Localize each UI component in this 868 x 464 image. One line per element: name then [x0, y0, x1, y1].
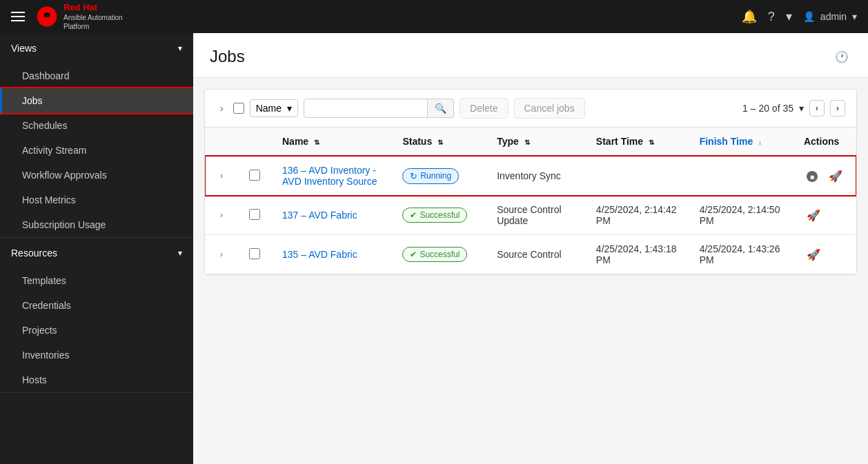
cancel-jobs-button[interactable]: Cancel jobs [514, 98, 585, 119]
help-chevron-icon[interactable]: ▾ [786, 9, 792, 24]
table-row: ›137 – AVD Fabric✔ SuccessfulSource Cont… [205, 196, 856, 235]
th-start-time[interactable]: Start Time ⇅ [585, 128, 689, 156]
success-check-icon: ✔ [410, 250, 417, 259]
row-actions: 🚀 [804, 245, 845, 264]
pagination-text: 1 – 20 of 35 [742, 103, 793, 114]
row-checkbox[interactable] [249, 209, 260, 220]
type-sort-icon: ⇅ [524, 139, 530, 146]
search-input[interactable] [304, 99, 428, 118]
search-group: 🔍 [304, 99, 454, 118]
hamburger-menu[interactable] [11, 12, 25, 21]
brand-logo-area: Red Hat Ansible AutomationPlatform [36, 2, 123, 32]
sidebar-resources-label: Resources [11, 248, 57, 259]
app-body: Views ▾ Dashboard Jobs Schedules Activit… [0, 33, 868, 464]
page-header: Jobs 🕐 [193, 33, 868, 78]
pagination-info: 1 – 20 of 35 ▾ ‹ › [742, 100, 845, 117]
sidebar-item-host-metrics[interactable]: Host Metrics [0, 188, 193, 212]
launch-job-button[interactable]: 🚀 [804, 206, 823, 225]
sidebar-item-workflow-approvals[interactable]: Workflow Approvals [0, 163, 193, 188]
search-button[interactable]: 🔍 [428, 99, 454, 118]
redhat-logo-icon [36, 6, 58, 28]
job-start-time [585, 156, 689, 196]
row-actions: ■🚀 [804, 167, 845, 185]
filter-chevron-icon: ▾ [287, 103, 292, 114]
brand-name: Red Hat [63, 2, 123, 14]
status-badge: ✔ Successful [402, 208, 467, 223]
sidebar-resources-header[interactable]: Resources ▾ [0, 238, 193, 268]
job-name-link[interactable]: 137 – AVD Fabric [282, 210, 357, 221]
sidebar-item-schedules[interactable]: Schedules [0, 113, 193, 138]
sidebar-item-hosts[interactable]: Hosts [0, 367, 193, 392]
job-type: Inventory Sync [486, 156, 585, 196]
finish-sort-icon: ↓ [758, 139, 762, 146]
job-type: Source Control Update [486, 196, 585, 235]
sidebar-section-views: Views ▾ Dashboard Jobs Schedules Activit… [0, 33, 193, 238]
row-actions: 🚀 [804, 206, 845, 225]
top-nav-right: 🔔 ? ▾ 👤 admin ▾ [742, 9, 857, 24]
sidebar-item-templates[interactable]: Templates [0, 268, 193, 293]
top-navigation: Red Hat Ansible AutomationPlatform 🔔 ? ▾… [0, 0, 868, 33]
user-menu[interactable]: 👤 admin ▾ [803, 11, 857, 22]
row-expand-button[interactable]: › [216, 209, 227, 221]
th-name[interactable]: Name ⇅ [271, 128, 391, 156]
start-sort-icon: ⇅ [649, 139, 654, 146]
expand-all-button[interactable]: › [216, 100, 228, 117]
th-status[interactable]: Status ⇅ [391, 128, 486, 156]
row-checkbox[interactable] [249, 248, 260, 259]
help-icon[interactable]: ? [768, 10, 775, 24]
th-type[interactable]: Type ⇅ [486, 128, 585, 156]
sidebar-views-header[interactable]: Views ▾ [0, 33, 193, 63]
table-row: ›136 – AVD Inventory - AVD Inventory Sou… [205, 156, 856, 196]
running-spinner-icon: ↻ [410, 171, 417, 181]
row-checkbox[interactable] [249, 170, 260, 181]
status-badge: ↻ Running [402, 168, 459, 184]
sidebar-item-subscription-usage[interactable]: Subscription Usage [0, 212, 193, 237]
sidebar-item-inventories[interactable]: Inventories [0, 343, 193, 367]
pagination-chevron-icon: ▾ [799, 103, 804, 114]
rocket-icon: 🚀 [807, 249, 820, 261]
page-title: Jobs [210, 47, 245, 66]
sidebar-item-activity-stream[interactable]: Activity Stream [0, 138, 193, 163]
sidebar-section-resources: Resources ▾ Templates Credentials Projec… [0, 238, 193, 393]
job-name-link[interactable]: 135 – AVD Fabric [282, 249, 357, 260]
select-all-checkbox[interactable] [233, 103, 244, 114]
rocket-icon: 🚀 [807, 210, 820, 221]
job-finish-time [689, 156, 793, 196]
sidebar-item-jobs[interactable]: Jobs [0, 88, 193, 113]
sidebar-views-chevron-icon: ▾ [178, 43, 182, 53]
sidebar-item-dashboard[interactable]: Dashboard [0, 63, 193, 88]
svg-point-1 [43, 17, 52, 21]
th-finish-time[interactable]: Finish Time ↓ [689, 128, 793, 156]
sidebar-item-projects[interactable]: Projects [0, 318, 193, 343]
name-sort-icon: ⇅ [314, 139, 319, 146]
launch-job-button[interactable]: 🚀 [826, 167, 845, 185]
sidebar-resources-chevron-icon: ▾ [178, 248, 182, 258]
user-label: admin [820, 11, 847, 22]
job-finish-time: 4/25/2024, 1:43:26 PM [689, 235, 793, 274]
delete-button[interactable]: Delete [460, 98, 508, 119]
stop-icon: ■ [807, 171, 818, 182]
job-finish-time: 4/25/2024, 2:14:50 PM [689, 196, 793, 235]
row-expand-button[interactable]: › [216, 248, 227, 261]
notifications-icon[interactable]: 🔔 [742, 9, 757, 24]
pagination-next-button[interactable]: › [830, 100, 845, 117]
job-type: Source Control [486, 235, 585, 274]
launch-job-button[interactable]: 🚀 [804, 245, 823, 264]
th-actions: Actions [793, 128, 856, 156]
jobs-table-container: › Name ▾ 🔍 Delete Cancel jobs 1 – 20 of … [204, 89, 857, 275]
stop-job-button[interactable]: ■ [804, 167, 820, 185]
job-name-link[interactable]: 136 – AVD Inventory - AVD Inventory Sour… [282, 165, 377, 187]
user-chevron-icon: ▾ [852, 11, 857, 22]
user-icon: 👤 [803, 11, 815, 22]
table-body: ›136 – AVD Inventory - AVD Inventory Sou… [205, 156, 856, 274]
brand-subtitle: Ansible AutomationPlatform [63, 13, 123, 31]
top-nav-left: Red Hat Ansible AutomationPlatform [11, 2, 731, 32]
filter-select[interactable]: Name ▾ [250, 99, 298, 117]
job-start-time: 4/25/2024, 1:43:18 PM [585, 235, 689, 274]
table-row: ›135 – AVD Fabric✔ SuccessfulSource Cont… [205, 235, 856, 274]
history-icon[interactable]: 🕐 [832, 48, 851, 66]
row-expand-button[interactable]: › [216, 170, 227, 182]
sidebar-item-credentials[interactable]: Credentials [0, 293, 193, 318]
pagination-prev-button[interactable]: ‹ [809, 100, 825, 117]
brand-text: Red Hat Ansible AutomationPlatform [63, 2, 123, 32]
